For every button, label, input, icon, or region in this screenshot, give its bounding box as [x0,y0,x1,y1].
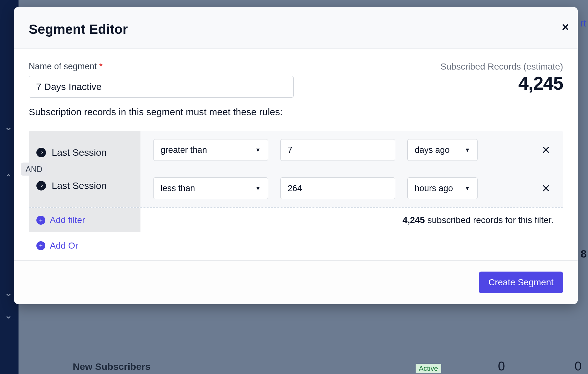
modal-title: Segment Editor [29,22,563,37]
modal-footer: Create Segment [14,260,578,304]
remove-rule-button-1[interactable]: ✕ [538,182,554,195]
name-of-segment-label: Name of segment * [29,62,294,71]
arrow-right-circle-icon [36,181,46,191]
filter-group: Last Session AND Last Session greater th… [29,131,563,207]
bg-zero-1: 0 [498,359,505,373]
add-or-button[interactable]: Add Or [29,241,563,251]
bg-chevron-down-icon-3: ⌄ [4,310,12,321]
bg-zero-2: 0 [575,359,582,373]
unit-value-0: days ago [415,145,450,155]
bg-text-8: 8 [581,248,587,260]
bg-new-subscribers: New Subscribers [73,361,150,372]
name-label-text: Name of segment [29,62,97,71]
unit-select-0[interactable]: days ago ▼ [407,139,478,161]
rule-row-1: less than ▼ 264 hours ago ▼ ✕ [140,169,563,207]
segment-name-input[interactable] [29,76,294,98]
segment-editor-modal: Segment Editor × Name of segment * Subsc… [14,7,578,304]
add-filter-label: Add filter [50,215,85,225]
plus-circle-icon [36,216,45,225]
value-input-1[interactable]: 264 [280,177,395,199]
operator-value-0: greater than [161,145,207,155]
plus-circle-icon [36,241,45,250]
remove-rule-button-0[interactable]: ✕ [538,144,554,156]
modal-body: Name of segment * Subscribed Records (es… [14,49,578,260]
filter-count-number: 4,245 [403,215,425,225]
filter-count-text: 4,245 subscribed records for this filter… [140,209,563,232]
filter-field-label-0: Last Session [52,147,107,158]
rule-row-0: greater than ▼ 7 days ago ▼ ✕ [140,131,563,169]
filter-footer: Add filter 4,245 subscribed records for … [29,207,563,232]
filter-count-suffix: subscribed records for this filter. [425,215,554,225]
close-icon: ✕ [541,144,550,156]
modal-header: Segment Editor × [14,7,578,49]
chevron-down-icon: ▼ [464,185,470,192]
value-text-1: 264 [288,183,302,193]
estimate-label: Subscribed Records (estimate) [441,62,563,72]
bg-text-rt: rt [580,18,586,29]
operator-value-1: less than [161,183,195,193]
chevron-down-icon: ▼ [255,147,261,153]
bg-chevron-up-icon: ⌃ [4,172,12,183]
bg-chevron-down-icon: ⌄ [4,121,12,132]
close-icon: ✕ [541,182,550,194]
and-badge: AND [21,163,47,176]
arrow-right-circle-icon [36,148,46,157]
value-text-0: 7 [288,145,292,155]
operator-select-1[interactable]: less than ▼ [153,177,268,199]
filter-field-label-1: Last Session [52,180,107,191]
unit-value-1: hours ago [415,183,453,193]
close-icon: × [562,20,569,34]
rules-intro-text: Subscription records in this segment mus… [29,107,563,117]
value-input-0[interactable]: 7 [280,139,395,161]
add-or-label: Add Or [50,241,78,251]
close-button[interactable]: × [562,21,569,33]
operator-select-0[interactable]: greater than ▼ [153,139,268,161]
create-segment-button[interactable]: Create Segment [479,272,563,293]
bg-active-tag: Active [416,364,441,373]
bg-chevron-down-icon-2: ⌄ [4,287,12,298]
filter-label-column: Last Session AND Last Session [29,131,140,207]
required-star-icon: * [99,62,103,71]
estimate-value: 4,245 [441,72,563,94]
chevron-down-icon: ▼ [255,185,261,192]
add-filter-button[interactable]: Add filter [29,208,140,232]
unit-select-1[interactable]: hours ago ▼ [407,177,478,199]
name-column: Name of segment * [29,62,294,98]
estimate-column: Subscribed Records (estimate) 4,245 [441,62,563,94]
filter-inputs-column: greater than ▼ 7 days ago ▼ ✕ [140,131,563,207]
top-row: Name of segment * Subscribed Records (es… [29,62,563,98]
chevron-down-icon: ▼ [464,147,470,153]
